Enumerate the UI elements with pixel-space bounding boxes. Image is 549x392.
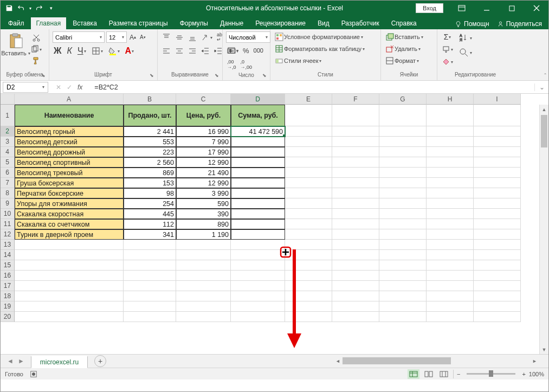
sign-in-button[interactable]: Вход <box>416 3 443 13</box>
clipboard-launcher-icon[interactable]: ⬊ <box>41 73 48 79</box>
cell[interactable] <box>379 168 427 178</box>
cell[interactable] <box>427 147 474 157</box>
cell[interactable] <box>427 291 474 301</box>
increase-font-icon[interactable]: A▴ <box>128 33 137 42</box>
italic-button[interactable]: К <box>66 45 73 57</box>
cell[interactable] <box>379 281 427 291</box>
orientation-icon[interactable]: ▾ <box>200 32 214 43</box>
cancel-formula-icon[interactable]: ✕ <box>56 83 61 91</box>
row-header[interactable]: 11 <box>1 219 15 229</box>
sheet-next-icon[interactable]: ► <box>18 357 24 365</box>
cell[interactable] <box>285 312 332 322</box>
cell[interactable] <box>427 105 474 126</box>
zoom-level[interactable]: 100% <box>529 371 544 377</box>
price-cell[interactable]: 21 490 <box>176 168 231 178</box>
cell[interactable] <box>285 188 332 198</box>
column-header[interactable]: F <box>332 94 379 105</box>
sold-cell[interactable]: 869 <box>124 168 176 178</box>
sold-cell[interactable]: 153 <box>124 178 176 188</box>
cell[interactable] <box>474 281 521 291</box>
cell[interactable] <box>176 281 231 291</box>
cell[interactable] <box>332 178 379 188</box>
cell[interactable] <box>427 126 474 137</box>
cell[interactable] <box>379 271 427 281</box>
cell[interactable] <box>427 137 474 147</box>
sold-cell[interactable]: 2 560 <box>124 157 176 168</box>
cell[interactable] <box>427 250 474 260</box>
row-header[interactable]: 6 <box>1 168 15 178</box>
formula-input[interactable]: =B2*C2 <box>91 83 534 91</box>
price-cell[interactable]: 1 190 <box>176 229 231 240</box>
row-header[interactable]: 14 <box>1 250 15 260</box>
cell[interactable] <box>332 198 379 209</box>
cell[interactable] <box>474 250 521 260</box>
normal-view-icon[interactable] <box>408 369 419 379</box>
collapse-ribbon-icon[interactable]: ˆ <box>544 73 546 79</box>
sold-cell[interactable]: 112 <box>124 219 176 229</box>
cell[interactable] <box>474 301 521 312</box>
cell[interactable] <box>332 168 379 178</box>
row-header[interactable]: 18 <box>1 291 15 301</box>
cell[interactable] <box>332 312 379 322</box>
undo-icon[interactable] <box>17 4 25 12</box>
tab-help[interactable]: Справка <box>386 17 422 29</box>
cell[interactable] <box>427 209 474 219</box>
cell[interactable] <box>474 178 521 188</box>
tab-home[interactable]: Главная <box>31 17 67 29</box>
cell[interactable] <box>332 147 379 157</box>
sum-cell[interactable] <box>231 168 285 178</box>
row-header[interactable]: 3 <box>1 137 15 147</box>
qat-customize-icon[interactable]: ▾ <box>47 4 55 12</box>
row-header[interactable]: 20 <box>1 312 15 322</box>
cell[interactable] <box>474 188 521 198</box>
cell[interactable] <box>332 229 379 240</box>
fill-icon[interactable]: ▾ <box>441 44 454 55</box>
scroll-up-icon[interactable]: ▲ <box>540 105 548 114</box>
zoom-out-icon[interactable]: − <box>457 371 460 377</box>
vertical-scrollbar[interactable]: ▲ ▼ <box>539 105 548 354</box>
cell[interactable] <box>379 250 427 260</box>
sum-cell[interactable] <box>231 147 285 157</box>
cell[interactable] <box>285 250 332 260</box>
cell[interactable] <box>332 137 379 147</box>
cell[interactable] <box>379 147 427 157</box>
price-cell[interactable]: 12 990 <box>176 157 231 168</box>
horizontal-scrollbar[interactable]: ◄ ► <box>333 356 539 365</box>
cell[interactable] <box>474 240 521 250</box>
increase-decimal-icon[interactable]: ,00→,0 <box>226 58 237 71</box>
cell[interactable] <box>379 312 427 322</box>
cell[interactable] <box>379 157 427 168</box>
font-size-input[interactable]: 12▾ <box>106 31 127 43</box>
decrease-font-icon[interactable]: A▾ <box>139 33 147 41</box>
format-painter-icon[interactable] <box>29 55 43 66</box>
cell[interactable] <box>474 229 521 240</box>
row-header[interactable]: 9 <box>1 198 15 209</box>
table-header-cell[interactable]: Цена, руб. <box>176 105 231 126</box>
cell[interactable] <box>379 198 427 209</box>
tell-me-button[interactable]: Помощн <box>451 18 493 29</box>
cell[interactable] <box>176 250 231 260</box>
cell[interactable] <box>474 312 521 322</box>
align-top-icon[interactable] <box>161 32 172 43</box>
sum-cell[interactable] <box>231 229 285 240</box>
cell[interactable] <box>285 168 332 178</box>
cell[interactable] <box>285 147 332 157</box>
cell[interactable] <box>332 105 379 126</box>
sort-filter-icon[interactable]: AЯ▾ <box>457 31 473 44</box>
cell[interactable] <box>285 178 332 188</box>
new-sheet-icon[interactable]: + <box>94 355 106 367</box>
fill-color-icon[interactable]: ▾ <box>107 46 121 56</box>
row-header[interactable]: 2 <box>1 126 15 137</box>
cell[interactable] <box>379 178 427 188</box>
cell-styles-button[interactable]: Стили ячеек▾ <box>274 55 322 66</box>
cell[interactable] <box>285 301 332 312</box>
redo-icon[interactable] <box>35 4 43 12</box>
cell[interactable] <box>15 260 124 271</box>
cell[interactable] <box>332 126 379 137</box>
cell[interactable] <box>427 188 474 198</box>
cell[interactable] <box>474 209 521 219</box>
row-header[interactable]: 10 <box>1 209 15 219</box>
format-cells-button[interactable]: Формат▾ <box>384 55 420 66</box>
tab-review[interactable]: Рецензирование <box>250 17 311 29</box>
cell[interactable] <box>474 168 521 178</box>
